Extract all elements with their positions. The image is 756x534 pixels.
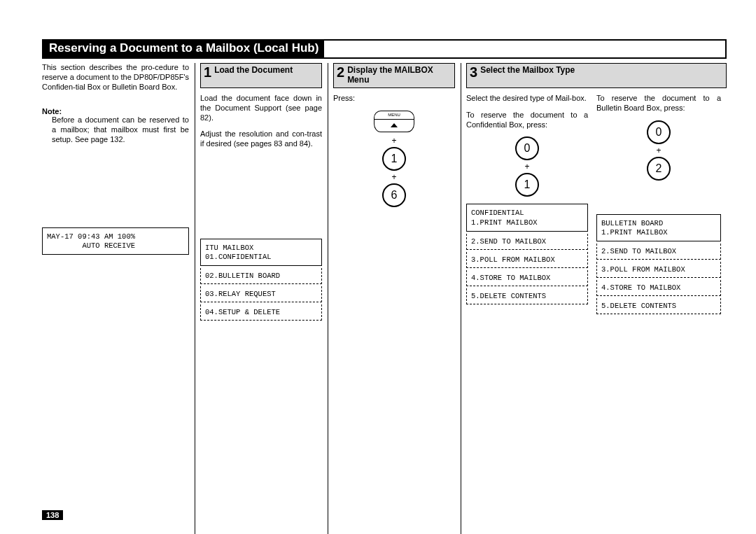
step-title: Display the MAILBOX Menu	[347, 65, 451, 85]
keypad-0-icon: 0	[515, 136, 539, 160]
plus-icon: +	[466, 162, 588, 171]
step-title: Select the Mailbox Type	[480, 65, 575, 75]
lcd-scroll-item: 4.STORE TO MAILBOX	[596, 280, 721, 296]
press-label: Press:	[333, 94, 455, 104]
step3b-column: To reserve the document to a Bulletin Bo…	[594, 63, 727, 455]
section-title: Reserving a Document to a Mailbox (Local…	[43, 41, 324, 57]
lcd-scroll-item: 4.STORE TO MAILBOX	[466, 270, 588, 286]
lcd-scroll-item: 2.SEND TO MAILBOX	[466, 234, 588, 250]
lcd-display-confidential: CONFIDENTIAL 1.PRINT MAILBOX	[466, 204, 588, 231]
plus-icon: +	[596, 146, 721, 155]
keypad-6-icon: 6	[382, 183, 406, 207]
step3b-body1: To reserve the document to a Bulletin Bo…	[596, 94, 721, 113]
step2-column: 2 Display the MAILBOX Menu Press: MENU +…	[328, 63, 461, 455]
note-text: Before a document can be reserved to a m…	[52, 115, 189, 144]
lcd-scroll-item: 02.BULLETIN BOARD	[200, 268, 322, 284]
lcd-display-itu: ITU MAILBOX 01.CONFIDENTIAL	[200, 239, 322, 266]
lcd-scroll-item: 2.SEND TO MAILBOX	[596, 244, 721, 260]
step-number: 1	[204, 65, 211, 79]
lcd-display-bulletin: BULLETIN BOARD 1.PRINT MAILBOX	[596, 214, 721, 241]
key-sequence: 0 + 2	[596, 120, 721, 181]
plus-icon: +	[333, 172, 455, 182]
keypad-2-icon: 2	[647, 157, 671, 181]
step3a-body1: Select the desired type of Mail-box.	[466, 94, 588, 104]
intro-paragraph: This section describes the pro-cedure to…	[42, 63, 189, 92]
lcd-scroll-item: 03.RELAY REQUEST	[200, 286, 322, 302]
step1-body2: Adjust the resolution and con-trast if d…	[200, 129, 322, 149]
note-label: Note:	[42, 107, 189, 115]
keypad-1-icon: 1	[382, 147, 406, 171]
up-triangle-icon	[391, 123, 398, 127]
plus-icon: +	[333, 136, 455, 146]
step3a-body2: To reserve the document to a Confidentia…	[466, 111, 588, 130]
menu-key-icon: MENU	[374, 111, 414, 132]
step-number: 2	[337, 65, 344, 79]
step3a-column: 3 Select the Mailbox Type Select the des…	[461, 63, 594, 455]
lcd-scroll-item: 5.DELETE CONTENTS	[466, 288, 588, 304]
intro-column: This section describes the pro-cedure to…	[42, 63, 195, 455]
step1-header: 1 Load the Document	[200, 63, 322, 88]
section-title-bar: Reserving a Document to a Mailbox (Local…	[42, 39, 727, 59]
lcd-display-idle: MAY-17 09:43 AM 100% AUTO RECEIVE	[42, 227, 189, 255]
key-sequence: MENU + 1 + 6	[333, 111, 455, 207]
step1-column: 1 Load the Document Load the document fa…	[195, 63, 328, 455]
keypad-1-icon: 1	[515, 173, 539, 197]
lcd-scroll-item: 5.DELETE CONTENTS	[596, 298, 721, 314]
keypad-0-icon: 0	[647, 120, 671, 144]
lcd-scroll-item: 3.POLL FROM MAILBOX	[466, 252, 588, 268]
note-block: Note: Before a document can be reserved …	[42, 107, 189, 144]
lcd-scroll-item: 3.POLL FROM MAILBOX	[596, 262, 721, 278]
step2-header: 2 Display the MAILBOX Menu	[333, 63, 455, 88]
step-title: Load the Document	[214, 65, 293, 75]
key-sequence: 0 + 1	[466, 136, 588, 197]
page-number: 138	[42, 510, 63, 520]
lcd-scroll-item: 04.SETUP & DELETE	[200, 304, 322, 321]
step1-body1: Load the document face down in the Docum…	[200, 94, 322, 122]
step-number: 3	[470, 65, 477, 79]
